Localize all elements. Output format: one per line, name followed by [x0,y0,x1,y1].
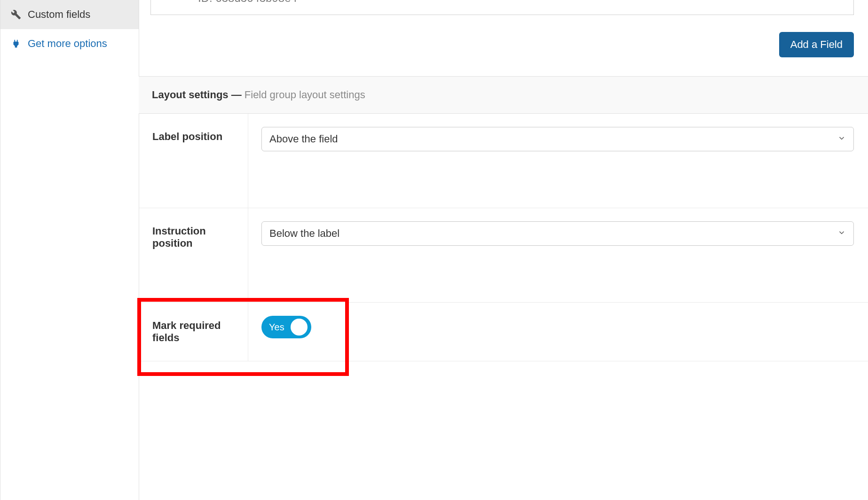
add-field-row: Add a Field [139,15,868,76]
plug-icon [11,39,21,49]
select-value: Below the label [269,227,339,240]
setting-label: Label position [139,114,248,208]
sidebar-item-custom-fields[interactable]: Custom fields [0,0,139,29]
wrench-icon [11,9,21,20]
setting-control: Above the field [248,114,868,208]
setting-control: Yes [248,303,868,361]
chevron-down-icon [837,133,846,145]
settings-table: Label position Above the field Instructi… [139,114,868,361]
setting-label: Instruction position [139,208,248,302]
section-separator: — [229,89,245,101]
main-content: ID: 638d3643b98e4 Add a Field Layout set… [139,0,868,500]
sidebar-item-label: Custom fields [28,8,90,21]
label-position-select[interactable]: Above the field [261,127,854,151]
sidebar-item-get-more-options[interactable]: Get more options [0,29,139,58]
section-title: Layout settings [152,89,229,101]
setting-control: Below the label [248,208,868,302]
field-id-text: ID: 638d3643b98e4 [198,0,297,5]
mark-required-toggle[interactable]: Yes [261,316,311,338]
toggle-knob [291,319,308,336]
field-id-box: ID: 638d3643b98e4 [150,0,854,15]
setting-row-label-position: Label position Above the field [139,114,868,208]
sidebar: Custom fields Get more options [0,0,139,500]
section-subtitle: Field group layout settings [245,89,365,101]
setting-row-mark-required: Mark required fields Yes [139,303,868,361]
instruction-position-select[interactable]: Below the label [261,221,854,246]
setting-label: Mark required fields [139,303,248,361]
layout-settings-header: Layout settings — Field group layout set… [139,76,868,114]
chevron-down-icon [837,227,846,240]
toggle-label: Yes [269,322,284,333]
sidebar-item-label: Get more options [28,38,107,50]
add-field-button[interactable]: Add a Field [779,32,854,57]
select-value: Above the field [269,133,338,145]
setting-row-instruction-position: Instruction position Below the label [139,208,868,303]
